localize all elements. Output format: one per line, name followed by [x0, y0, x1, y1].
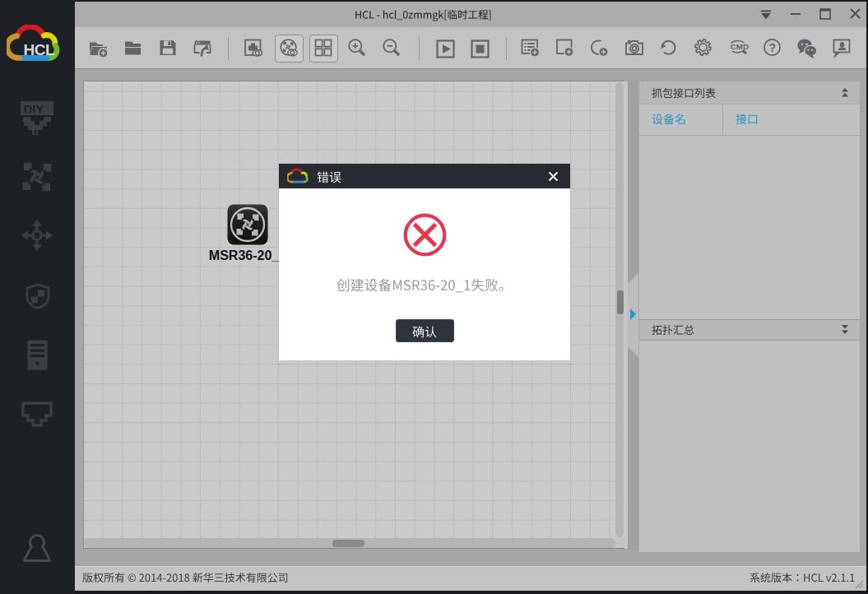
svg-text:?: ? [768, 41, 776, 54]
svg-text:HCL: HCL [24, 41, 55, 58]
svg-text:CMD: CMD [730, 42, 748, 51]
